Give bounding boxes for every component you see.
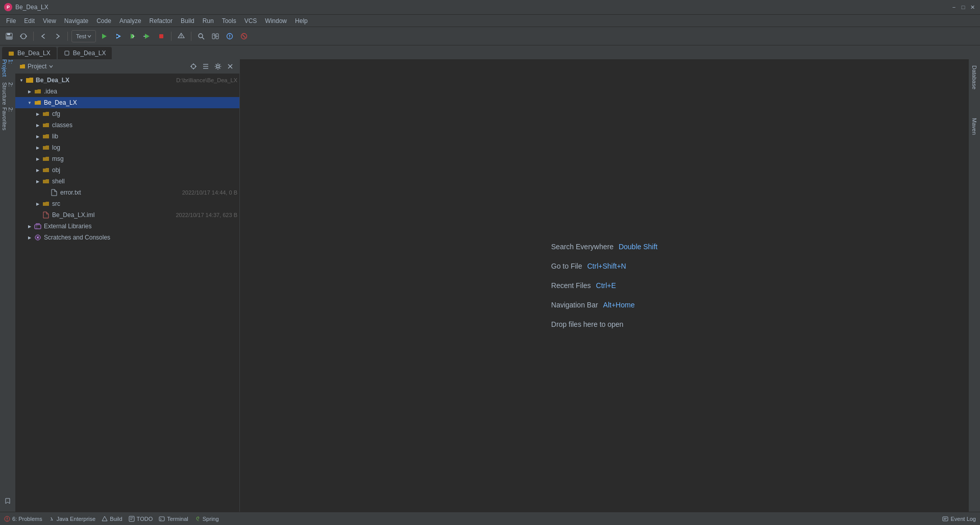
menu-item-refactor[interactable]: Refactor — [145, 16, 177, 26]
stop-button[interactable] — [155, 30, 167, 42]
run-coverage-button[interactable] — [127, 30, 139, 42]
tree-item-error-txt[interactable]: ▶ error.txt 2022/10/17 14:44, 0 B — [15, 187, 239, 198]
bookmarks-icon[interactable] — [1, 494, 14, 508]
terminal-icon — [159, 516, 165, 522]
nav-bar-shortcut: Alt+Home — [603, 301, 635, 309]
search-everywhere-button[interactable] — [195, 30, 207, 42]
problems-label: 6: Problems — [12, 516, 42, 522]
menu-item-navigate[interactable]: Navigate — [60, 16, 92, 26]
file-tree[interactable]: ▼ Be_Dea_LX D:\brilliance\Be_Dea_LX ▶ .i… — [15, 74, 239, 512]
expand-all-button[interactable] — [201, 61, 211, 71]
debug-button[interactable] — [112, 30, 125, 42]
tree-arrow-log[interactable]: ▶ — [34, 144, 42, 152]
build-status[interactable]: Build — [102, 516, 122, 522]
svg-marker-5 — [102, 34, 107, 39]
save-all-button[interactable] — [3, 30, 15, 42]
search-shortcut: Double Shift — [619, 243, 657, 251]
tree-item-log[interactable]: ▶ log — [15, 142, 239, 153]
sidebar-item-favorites[interactable]: 2: Favorites — [1, 112, 14, 126]
menu-item-file[interactable]: File — [2, 16, 20, 26]
menu-item-edit[interactable]: Edit — [20, 16, 39, 26]
tree-arrow-classes[interactable]: ▶ — [34, 121, 42, 129]
toolbar: Test — [0, 27, 980, 45]
tree-item-obj[interactable]: ▶ obj — [15, 164, 239, 176]
todo-status[interactable]: TODO — [129, 516, 153, 522]
idea-folder-icon — [34, 87, 42, 96]
tree-item-lib[interactable]: ▶ lib — [15, 131, 239, 142]
run-config-selector[interactable]: Test — [71, 30, 96, 42]
stop-inspection-button[interactable] — [238, 30, 250, 42]
forward-button[interactable] — [52, 30, 64, 42]
tree-arrow-idea[interactable]: ▶ — [26, 87, 34, 96]
menu-item-analyze[interactable]: Analyze — [115, 16, 145, 26]
editor-area[interactable]: Search Everywhere Double Shift Go to Fil… — [240, 59, 969, 512]
settings-button[interactable] — [213, 61, 223, 71]
svg-marker-9 — [145, 34, 150, 39]
tree-item-root[interactable]: ▼ Be_Dea_LX D:\brilliance\Be_Dea_LX — [15, 75, 239, 86]
tree-arrow-shell[interactable]: ▶ — [34, 177, 42, 185]
tree-item-classes[interactable]: ▶ classes — [15, 120, 239, 131]
tree-arrow-ext-lib[interactable]: ▶ — [26, 222, 34, 230]
toolbar-separator-3 — [171, 32, 172, 41]
tree-arrow-obj[interactable]: ▶ — [34, 166, 42, 174]
locate-in-tree-button[interactable] — [188, 61, 199, 71]
menu-item-view[interactable]: View — [39, 16, 60, 26]
menu-item-help[interactable]: Help — [291, 16, 312, 26]
problems-status[interactable]: 6: Problems — [4, 516, 42, 522]
tree-item-iml[interactable]: ▶ Be_Dea_LX.iml 2022/10/17 14:37, 623 B — [15, 209, 239, 221]
welcome-panel: Search Everywhere Double Shift Go to Fil… — [551, 243, 657, 328]
sidebar-item-project[interactable]: 1: Project — [1, 61, 14, 75]
spring-status[interactable]: Spring — [194, 516, 219, 522]
svg-rect-26 — [9, 52, 14, 56]
tree-item-be-dea-lx-folder[interactable]: ▼ Be_Dea_LX — [15, 97, 239, 108]
tree-arrow-msg[interactable]: ▶ — [34, 155, 42, 163]
tree-arrow-be-dea-lx[interactable]: ▼ — [26, 99, 34, 107]
menu-item-window[interactable]: Window — [261, 16, 291, 26]
svg-rect-53 — [159, 517, 164, 521]
sidebar-item-structure[interactable]: 2: Structure — [1, 87, 14, 100]
build-project-button[interactable] — [175, 30, 187, 42]
run-inspection-button[interactable] — [224, 30, 236, 42]
close-button[interactable]: ✕ — [969, 4, 976, 11]
tree-arrow-root[interactable]: ▼ — [17, 76, 26, 84]
svg-marker-49 — [102, 516, 107, 521]
menu-item-code[interactable]: Code — [92, 16, 115, 26]
tab-label-1: Be_Dea_LX — [17, 50, 51, 57]
tree-item-external-libraries[interactable]: ▶ External Libraries — [15, 221, 239, 232]
project-dropdown-icon[interactable] — [48, 64, 54, 69]
tree-arrow-lib[interactable]: ▶ — [34, 132, 42, 140]
tree-item-idea[interactable]: ▶ .idea — [15, 86, 239, 97]
java-enterprise-status[interactable]: Java Enterprise — [48, 516, 95, 522]
tree-item-cfg[interactable]: ▶ cfg — [15, 108, 239, 120]
toolbar-separator-4 — [191, 32, 191, 41]
synchronize-button[interactable] — [17, 30, 30, 42]
sidebar-tab-maven[interactable]: Maven — [970, 114, 978, 139]
tree-arrow-src[interactable]: ▶ — [34, 200, 42, 208]
show-diff-button[interactable] — [209, 30, 222, 42]
sidebar-tab-database[interactable]: Database — [970, 61, 978, 93]
main-area: 1: Project 2: Structure 2: Favorites Pro… — [0, 59, 980, 512]
tree-arrow-scratches[interactable]: ▶ — [26, 233, 34, 242]
terminal-status[interactable]: Terminal — [159, 516, 188, 522]
minimize-button[interactable]: − — [950, 4, 958, 11]
tree-item-shell[interactable]: ▶ shell — [15, 176, 239, 187]
tree-item-src[interactable]: ▶ src — [15, 198, 239, 209]
close-panel-button[interactable] — [225, 61, 235, 71]
tree-arrow-cfg[interactable]: ▶ — [34, 110, 42, 118]
maximize-button[interactable]: □ — [960, 4, 967, 11]
run-button[interactable] — [98, 30, 110, 42]
tab-be-dea-lx-2[interactable]: Be_Dea_LX — [58, 47, 112, 59]
menu-item-vcs[interactable]: VCS — [240, 16, 261, 26]
tree-item-scratches[interactable]: ▶ Scratches and Consoles — [15, 232, 239, 243]
menu-item-build[interactable]: Build — [177, 16, 199, 26]
event-log-status[interactable]: Event Log — [942, 516, 976, 522]
tab-be-dea-lx-1[interactable]: Be_Dea_LX — [2, 47, 57, 59]
welcome-row-goto-file: Go to File Ctrl+Shift+N — [551, 262, 657, 270]
menu-item-run[interactable]: Run — [199, 16, 218, 26]
project-tab-icon — [8, 50, 14, 56]
search-label: Search Everywhere — [551, 243, 614, 251]
run-config-button[interactable] — [141, 30, 153, 42]
menu-item-tools[interactable]: Tools — [218, 16, 240, 26]
tree-item-msg[interactable]: ▶ msg — [15, 153, 239, 164]
back-button[interactable] — [37, 30, 50, 42]
